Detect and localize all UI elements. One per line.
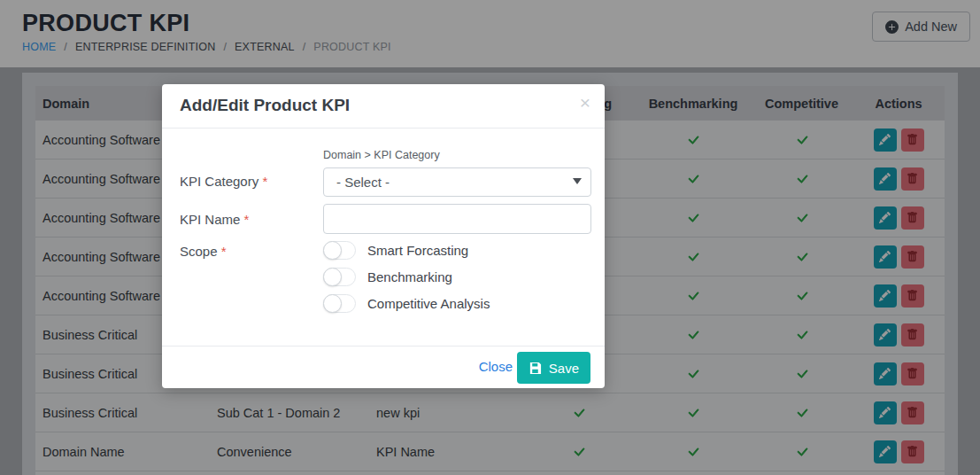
scope-option-label: Competitive Analysis bbox=[367, 296, 490, 311]
kpi-category-select-value: - Select - bbox=[336, 175, 390, 190]
save-label: Save bbox=[549, 361, 579, 376]
kpi-category-select[interactable]: - Select - bbox=[323, 167, 591, 197]
toggle-knob bbox=[323, 241, 342, 260]
modal-title: Add/Edit Product KPI bbox=[180, 96, 350, 115]
required-marker: * bbox=[262, 174, 267, 189]
kpi-name-input[interactable] bbox=[323, 204, 591, 234]
kpi-name-label: KPI Name * bbox=[180, 212, 249, 227]
toggle-knob bbox=[323, 294, 342, 313]
save-icon bbox=[529, 362, 542, 375]
required-marker: * bbox=[244, 212, 250, 227]
chevron-down-icon bbox=[573, 178, 582, 184]
scope-label: Scope * bbox=[180, 244, 227, 259]
toggle-knob bbox=[323, 268, 342, 286]
kpi-name-label-text: KPI Name bbox=[180, 212, 240, 227]
benchmarking-toggle[interactable] bbox=[323, 268, 356, 286]
required-marker: * bbox=[221, 244, 227, 259]
kpi-category-label: KPI Category * bbox=[180, 174, 267, 189]
scope-option-label: Smart Forcasting bbox=[367, 243, 468, 258]
save-button[interactable]: Save bbox=[517, 352, 590, 384]
competitive-analysis-toggle[interactable] bbox=[323, 294, 356, 313]
scope-row-competitive-analysis: Competitive Analysis bbox=[323, 293, 490, 313]
kpi-category-hint: Domain > KPI Category bbox=[323, 149, 440, 161]
modal-footer: Close Save bbox=[162, 346, 605, 388]
add-edit-product-kpi-modal: Add/Edit Product KPI × Domain > KPI Cate… bbox=[162, 84, 605, 388]
scope-row-smart-forcasting: Smart Forcasting bbox=[323, 240, 468, 260]
scope-row-benchmarking: Benchmarking bbox=[323, 267, 452, 286]
scope-option-label: Benchmarking bbox=[367, 269, 452, 284]
modal-header: Add/Edit Product KPI × bbox=[162, 84, 605, 128]
smart-forcasting-toggle[interactable] bbox=[323, 241, 356, 260]
scope-label-text: Scope bbox=[180, 244, 218, 259]
close-icon[interactable]: × bbox=[580, 93, 590, 112]
kpi-category-label-text: KPI Category bbox=[180, 174, 259, 189]
modal-close-link[interactable]: Close bbox=[479, 359, 513, 374]
